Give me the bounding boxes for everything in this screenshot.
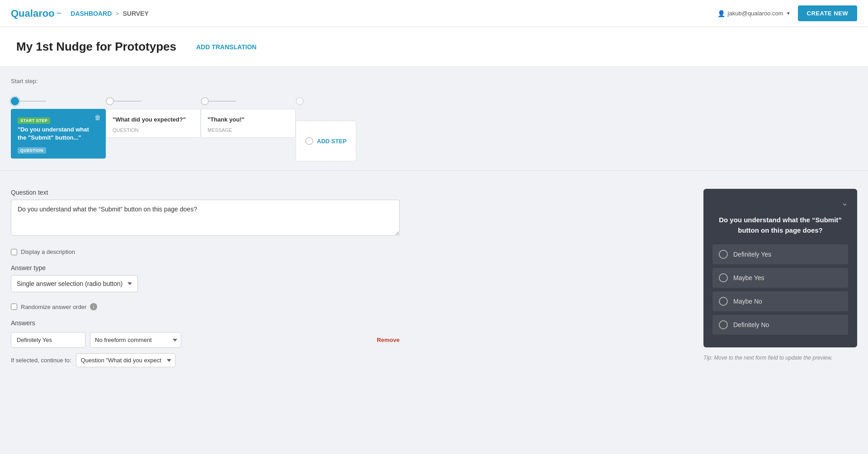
answer-type-group: Answer type Single answer selection (rad… (11, 264, 400, 292)
step-item-3: "Thank you!" MESSAGE (201, 97, 296, 138)
breadcrumb-survey: SURVEY (123, 10, 148, 17)
continue-select-1[interactable]: Question "What did you expect Thank you!… (76, 353, 175, 367)
create-new-button[interactable]: CREATE NEW (798, 5, 857, 21)
step-card-3[interactable]: "Thank you!" MESSAGE (201, 109, 296, 138)
add-step-circle (305, 137, 313, 145)
preview-card: ⌄ Do you understand what the “Submit” bu… (703, 189, 857, 347)
preview-option-4[interactable]: Definitely No (712, 315, 848, 335)
add-translation-link[interactable]: ADD TRANSLATION (196, 43, 257, 51)
step-radio-2[interactable] (106, 97, 114, 105)
header-right: 👤 jakub@qualaroo.com ▼ CREATE NEW (717, 5, 857, 21)
display-description-label: Display a description (21, 248, 75, 255)
app-header: Qualaroo ~ DASHBOARD > SURVEY 👤 jakub@qu… (0, 0, 868, 27)
title-bar: My 1st Nudge for Prototypes ADD TRANSLAT… (0, 27, 868, 67)
step-card-title-1: "Do you understand what the "Submit" but… (18, 126, 99, 142)
question-text-label: Question text (11, 189, 400, 196)
delete-icon-1[interactable]: 🗑 (94, 114, 101, 121)
user-icon: 👤 (717, 10, 725, 17)
answer-text-input-1[interactable] (11, 332, 85, 348)
preview-radio-4 (719, 320, 728, 329)
logo-text: Qualaroo (11, 8, 55, 19)
step-card-title-3: "Thank you!" (208, 116, 289, 124)
question-text-group: Question text (11, 189, 400, 238)
preview-option-label-4: Definitely No (733, 321, 769, 328)
preview-option-label-3: Maybe No (733, 298, 762, 305)
preview-section: ⌄ Do you understand what the “Submit” bu… (685, 189, 857, 378)
question-badge-1: QUESTION (18, 147, 46, 154)
preview-option-3[interactable]: Maybe No (712, 291, 848, 311)
steps-area: Start step: 🗑 START STEP "Do you underst… (0, 67, 868, 171)
step-item-2: "What did you expected?" QUESTION (106, 97, 201, 138)
preview-radio-2 (719, 273, 728, 282)
answers-group: Answers No freeform comment Optional fre… (11, 319, 400, 367)
step-card-2[interactable]: "What did you expected?" QUESTION (106, 109, 201, 138)
preview-question: Do you understand what the “Submit” butt… (712, 215, 848, 235)
user-email: jakub@qualaroo.com (728, 10, 783, 17)
preview-header: ⌄ (712, 198, 848, 208)
preview-option-2[interactable]: Maybe Yes (712, 268, 848, 288)
step-card-subtitle-3: MESSAGE (208, 127, 289, 133)
answer-comment-select-1[interactable]: No freeform comment Optional freeform co… (90, 332, 181, 348)
chevron-down-icon: ▼ (786, 11, 791, 16)
breadcrumb: DASHBOARD > SURVEY (71, 10, 149, 17)
steps-container: 🗑 START STEP "Do you understand what the… (11, 97, 857, 161)
step-radio-add (296, 97, 304, 105)
nudge-title[interactable]: My 1st Nudge for Prototypes (11, 36, 182, 57)
logo-swoosh: ~ (57, 8, 62, 19)
answer-type-label: Answer type (11, 264, 400, 271)
step-card-title-2: "What did you expected?" (113, 116, 194, 124)
step-item-1: 🗑 START STEP "Do you understand what the… (11, 97, 106, 159)
if-selected-label: If selected, continue to: (11, 357, 71, 364)
add-step-button[interactable]: ADD STEP (296, 121, 356, 161)
preview-tip: Tip: Move to the next form field to upda… (703, 355, 857, 361)
answers-label: Answers (11, 319, 400, 327)
remove-button-1[interactable]: Remove (377, 337, 400, 343)
start-step-badge-1: START STEP (18, 117, 50, 124)
breadcrumb-dashboard[interactable]: DASHBOARD (71, 10, 112, 17)
preview-option-1[interactable]: Definitely Yes (712, 244, 848, 264)
logo[interactable]: Qualaroo ~ (11, 8, 61, 19)
header-left: Qualaroo ~ DASHBOARD > SURVEY (11, 8, 149, 19)
question-text-input[interactable] (11, 200, 400, 236)
randomize-label: Randomize answer order (21, 304, 86, 310)
breadcrumb-separator: > (115, 10, 119, 17)
step-card-1[interactable]: 🗑 START STEP "Do you understand what the… (11, 109, 106, 159)
step-radio-1[interactable] (11, 97, 19, 105)
start-step-label: Start step: (11, 78, 38, 84)
main-content: Question text Display a description Answ… (0, 171, 868, 396)
help-icon[interactable]: i (90, 303, 97, 310)
display-description-row: Display a description (11, 248, 400, 255)
answer-row-1: No freeform comment Optional freeform co… (11, 332, 400, 348)
preview-radio-3 (719, 297, 728, 306)
preview-collapse-icon[interactable]: ⌄ (841, 198, 848, 208)
step-radio-3[interactable] (201, 97, 209, 105)
add-step-item: ADD STEP (296, 97, 356, 161)
add-step-label: ADD STEP (317, 138, 347, 145)
randomize-checkbox[interactable] (11, 304, 17, 310)
randomize-row: Randomize answer order i (11, 303, 400, 310)
user-menu[interactable]: 👤 jakub@qualaroo.com ▼ (717, 10, 791, 17)
preview-option-label-1: Definitely Yes (733, 251, 771, 258)
preview-radio-1 (719, 250, 728, 259)
answer-type-select[interactable]: Single answer selection (radio button) M… (11, 275, 138, 292)
display-description-checkbox[interactable] (11, 249, 17, 255)
step-card-subtitle-2: QUESTION (113, 127, 194, 133)
form-section: Question text Display a description Answ… (11, 189, 400, 378)
continue-row-1: If selected, continue to: Question "What… (11, 353, 400, 367)
preview-option-label-2: Maybe Yes (733, 274, 764, 281)
